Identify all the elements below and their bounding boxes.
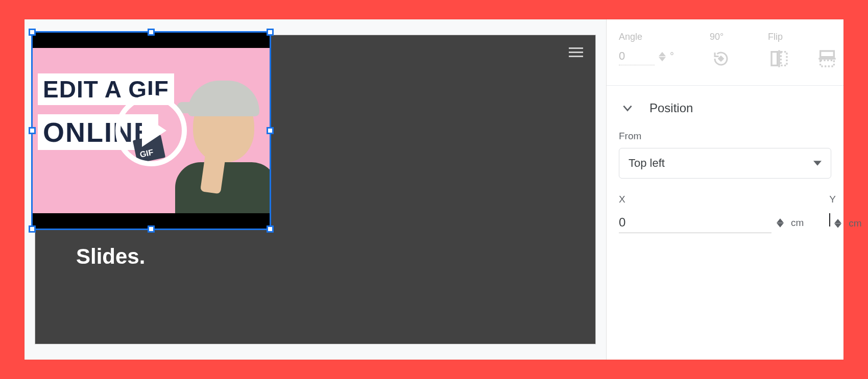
from-label: From bbox=[619, 131, 831, 142]
y-unit: cm bbox=[849, 218, 861, 229]
slide-frame[interactable]: EDIT A GIF ONLINE bbox=[35, 35, 596, 344]
selected-video-object[interactable]: EDIT A GIF ONLINE bbox=[31, 31, 271, 230]
hamburger-icon[interactable] bbox=[569, 47, 583, 57]
from-dropdown[interactable]: Top left bbox=[619, 148, 831, 179]
degree-symbol: ° bbox=[670, 50, 674, 62]
position-section-header[interactable]: Position bbox=[607, 86, 843, 129]
x-label: X bbox=[619, 194, 804, 205]
resize-handle-bottom-mid[interactable] bbox=[148, 225, 155, 233]
resize-handle-mid-right[interactable] bbox=[267, 127, 274, 134]
svg-rect-2 bbox=[781, 52, 787, 66]
svg-rect-1 bbox=[771, 52, 778, 66]
position-section-title: Position bbox=[649, 101, 693, 115]
angle-group: Angle ° bbox=[619, 32, 674, 65]
x-input[interactable] bbox=[619, 212, 771, 233]
angle-stepper[interactable] bbox=[659, 52, 666, 62]
app-window: EDIT A GIF ONLINE bbox=[25, 19, 843, 360]
resize-handle-top-right[interactable] bbox=[267, 29, 274, 36]
xy-row: X cm Y bbox=[607, 179, 843, 234]
chevron-down-icon bbox=[621, 102, 634, 115]
svg-rect-4 bbox=[821, 51, 834, 57]
angle-label: Angle bbox=[619, 32, 674, 42]
from-dropdown-value: Top left bbox=[629, 157, 665, 170]
y-column: Y cm bbox=[829, 194, 861, 234]
resize-handle-bottom-right[interactable] bbox=[267, 225, 274, 233]
canvas-area: EDIT A GIF ONLINE bbox=[25, 19, 606, 360]
rotate-90-group: 90° bbox=[710, 32, 732, 70]
rotate-90-label: 90° bbox=[710, 32, 732, 42]
from-block: From Top left bbox=[607, 129, 843, 179]
flip-vertical-icon[interactable] bbox=[816, 47, 838, 70]
resize-handle-top-mid[interactable] bbox=[148, 29, 155, 36]
rotate-90-icon[interactable] bbox=[710, 47, 732, 70]
angle-input[interactable] bbox=[619, 47, 655, 65]
flip-horizontal-icon[interactable] bbox=[768, 47, 790, 70]
x-unit: cm bbox=[791, 217, 804, 229]
resize-handle-bottom-left[interactable] bbox=[29, 225, 36, 233]
resize-handle-top-left[interactable] bbox=[29, 29, 36, 36]
x-column: X cm bbox=[619, 194, 804, 234]
y-label: Y bbox=[829, 194, 861, 205]
y-stepper[interactable] bbox=[834, 219, 841, 228]
flip-label: Flip bbox=[768, 32, 838, 42]
flip-group: Flip bbox=[768, 32, 838, 70]
dropdown-caret-icon bbox=[813, 159, 822, 167]
svg-rect-5 bbox=[821, 60, 834, 66]
play-icon[interactable] bbox=[115, 95, 187, 166]
format-options-panel: Angle ° 90° bbox=[606, 19, 843, 360]
svg-rect-0 bbox=[718, 56, 725, 62]
slide-title-text[interactable]: Slides. bbox=[76, 244, 145, 269]
rotation-section: Angle ° 90° bbox=[607, 19, 843, 86]
resize-handle-mid-left[interactable] bbox=[29, 127, 36, 134]
x-stepper[interactable] bbox=[777, 218, 784, 228]
